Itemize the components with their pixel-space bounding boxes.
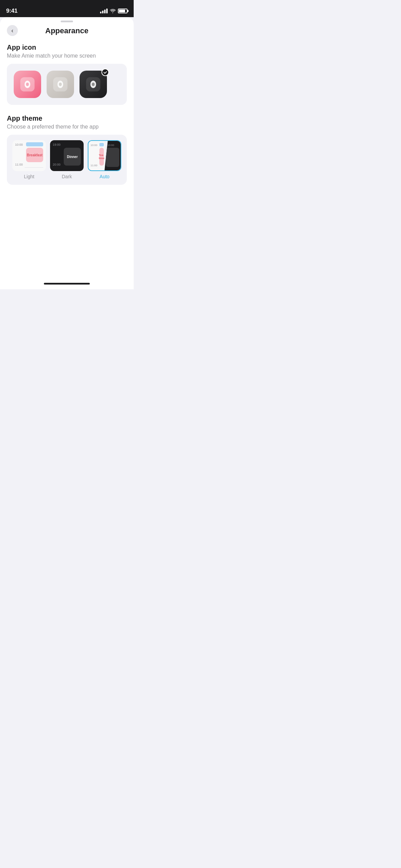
- auto-light-event: Tea time: [99, 148, 104, 166]
- app-icon-gray-option[interactable]: [47, 71, 74, 98]
- status-icons: [100, 9, 127, 13]
- theme-auto-label: Auto: [100, 174, 110, 179]
- app-icon-pink: [14, 71, 41, 98]
- auto-light-time1: 10:00: [90, 144, 97, 147]
- light-time-1: 10:00: [15, 143, 23, 146]
- theme-dark-option[interactable]: 19:00 Dinner 20:00 Dark: [50, 140, 84, 179]
- light-event-text: Breakfast: [27, 153, 42, 157]
- back-chevron-icon: ‹: [11, 27, 13, 34]
- selected-check-badge: [101, 69, 109, 76]
- auto-light-half: 10:00 Tea time 11:00: [88, 141, 105, 170]
- amie-logo-black: [85, 76, 102, 93]
- light-time-2: 11:00: [15, 163, 23, 166]
- theme-light-preview: 10:00 Breakfast 11:00: [12, 140, 46, 171]
- themes-container: 10:00 Breakfast 11:00 Light 19:00: [7, 135, 127, 185]
- auto-dark-time1: 10:00: [107, 144, 114, 147]
- sheet-container: ‹ Appearance App icon Make Amie match yo…: [0, 17, 134, 289]
- theme-auto-option[interactable]: 10:00 Tea time 11:00 10:00: [88, 140, 121, 179]
- auto-light-blue-bar: [99, 143, 104, 146]
- signal-icon: [100, 9, 108, 13]
- light-event: Breakfast: [26, 148, 43, 162]
- app-icon-black-option[interactable]: [80, 71, 107, 98]
- dark-time-2: 20:00: [53, 163, 61, 166]
- page-title: Appearance: [7, 26, 127, 35]
- checkmark-icon: [103, 70, 107, 74]
- status-time: 9:41: [6, 8, 17, 14]
- theme-dark-label: Dark: [62, 174, 72, 179]
- wifi-icon: [110, 9, 116, 13]
- app-theme-title: App theme: [7, 114, 127, 122]
- dark-event: Dinner: [64, 148, 81, 166]
- app-icon-section: App icon Make Amie match your home scree…: [7, 44, 127, 105]
- app-icon-subtitle: Make Amie match your home screen: [7, 53, 127, 59]
- light-blue-bar: [26, 142, 43, 146]
- theme-dark-preview: 19:00 Dinner 20:00: [50, 140, 84, 171]
- content-area: App icon Make Amie match your home scree…: [0, 38, 134, 278]
- theme-light-option[interactable]: 10:00 Breakfast 11:00 Light: [12, 140, 46, 179]
- app-icons-container: [7, 64, 127, 105]
- app-theme-subtitle: Choose a preferred theme for the app: [7, 124, 127, 130]
- auto-light-time2: 11:00: [90, 164, 97, 167]
- amie-logo-pink: [19, 76, 36, 93]
- app-icon-gray: [47, 71, 74, 98]
- auto-dark-event: [106, 148, 119, 167]
- header: ‹ Appearance: [0, 22, 134, 38]
- app-icon-title: App icon: [7, 44, 127, 51]
- dark-time-1: 19:00: [53, 143, 61, 146]
- auto-dark-half: 10:00: [105, 141, 121, 170]
- auto-light-event-text: Tea time: [99, 154, 104, 160]
- amie-logo-gray: [52, 76, 69, 93]
- app-icon-pink-option[interactable]: [14, 71, 41, 98]
- back-button[interactable]: ‹: [7, 25, 18, 37]
- home-bar: [44, 283, 90, 285]
- theme-light-label: Light: [24, 174, 34, 179]
- theme-auto-preview: 10:00 Tea time 11:00 10:00: [88, 140, 121, 171]
- app-theme-section: App theme Choose a preferred theme for t…: [7, 114, 127, 185]
- battery-icon: [118, 9, 127, 13]
- light-divider: [25, 167, 43, 168]
- status-bar: 9:41: [0, 0, 134, 17]
- home-indicator: [0, 278, 134, 289]
- dark-event-text: Dinner: [67, 155, 78, 159]
